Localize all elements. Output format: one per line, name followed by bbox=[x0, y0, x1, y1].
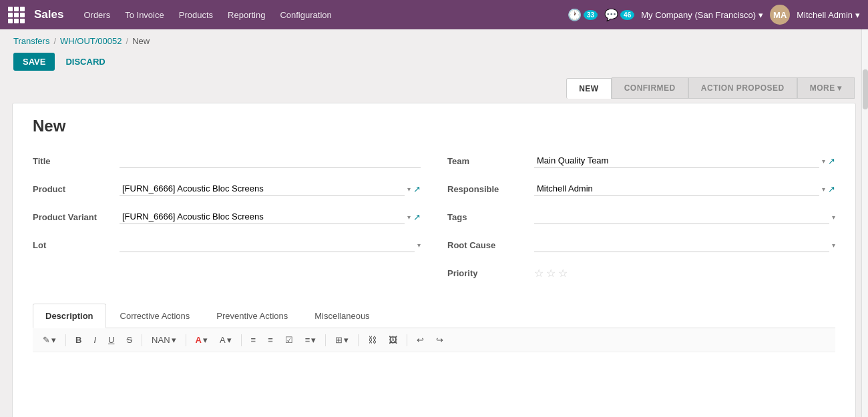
nav-products[interactable]: Products bbox=[179, 10, 213, 20]
status-action-proposed[interactable]: ACTION PROPOSED bbox=[688, 77, 797, 99]
star-1[interactable]: ☆ bbox=[534, 267, 544, 280]
clock-notifications-button[interactable]: 🕐 33 bbox=[568, 8, 598, 22]
nav-orders[interactable]: Orders bbox=[83, 10, 110, 20]
product-external-link-icon[interactable]: ↗ bbox=[413, 184, 421, 194]
highlight-button[interactable]: A ▾ bbox=[215, 332, 236, 348]
font-name-button[interactable]: NAN ▾ bbox=[147, 332, 180, 348]
field-team-label: Team bbox=[447, 156, 534, 166]
redo-icon: ↪ bbox=[436, 335, 443, 345]
form-right-column: Team Main Quality Team ▾ ↗ Responsible M… bbox=[447, 150, 835, 290]
table-button[interactable]: ⊞ ▾ bbox=[331, 332, 353, 348]
root-cause-select[interactable] bbox=[534, 238, 829, 252]
field-responsible-wrap: Mitchell Admin ▾ ↗ bbox=[534, 181, 835, 196]
message-icon: 💬 bbox=[604, 8, 618, 22]
form-left-column: Title Product [FURN_6666] Acoustic Bloc … bbox=[33, 150, 421, 290]
tab-miscellaneous[interactable]: Miscellaneous bbox=[302, 304, 382, 328]
msg-badge-count: 46 bbox=[620, 10, 634, 20]
lot-select[interactable] bbox=[120, 238, 415, 252]
undo-button[interactable]: ↩ bbox=[412, 332, 429, 348]
redo-button[interactable]: ↪ bbox=[431, 332, 448, 348]
align-button[interactable]: ≡ ▾ bbox=[300, 332, 321, 348]
scrollbar-thumb[interactable] bbox=[863, 69, 868, 109]
messages-button[interactable]: 💬 46 bbox=[604, 8, 634, 22]
field-lot-label: Lot bbox=[33, 240, 120, 250]
undo-icon: ↩ bbox=[417, 335, 424, 345]
nav-links: Orders To Invoice Products Reporting Con… bbox=[83, 10, 568, 20]
editor-toolbar: ✎ ▾ B I U S NAN ▾ A ▾ A ▾ ≡ bbox=[33, 328, 835, 352]
font-color-arrow-icon: ▾ bbox=[203, 335, 208, 345]
field-tags-row: Tags ▾ bbox=[447, 206, 835, 228]
field-root-cause-row: Root Cause ▾ bbox=[447, 234, 835, 256]
italic-button[interactable]: I bbox=[89, 332, 101, 348]
font-color-button[interactable]: A ▾ bbox=[191, 332, 212, 348]
tab-description[interactable]: Description bbox=[33, 304, 106, 328]
link-button[interactable]: ⛓ bbox=[363, 332, 381, 348]
link-icon: ⛓ bbox=[368, 335, 377, 345]
product-select[interactable]: [FURN_6666] Acoustic Bloc Screens bbox=[120, 181, 405, 196]
italic-icon: I bbox=[93, 335, 96, 345]
star-2[interactable]: ☆ bbox=[546, 267, 556, 280]
pencil-dropdown-arrow-icon: ▾ bbox=[51, 335, 56, 345]
discard-button[interactable]: DISCARD bbox=[60, 53, 110, 71]
editor-area[interactable] bbox=[33, 352, 835, 412]
nav-configuration[interactable]: Configuration bbox=[280, 10, 331, 20]
responsible-select[interactable]: Mitchell Admin bbox=[534, 181, 819, 196]
responsible-external-link-icon[interactable]: ↗ bbox=[828, 184, 835, 194]
product-variant-select[interactable]: [FURN_6666] Acoustic Bloc Screens bbox=[120, 210, 405, 224]
status-confirmed[interactable]: CONFIRMED bbox=[612, 77, 688, 99]
title-input[interactable] bbox=[120, 153, 421, 168]
tags-select-arrow-icon: ▾ bbox=[832, 214, 835, 221]
font-name-arrow-icon: ▾ bbox=[172, 335, 176, 345]
image-button[interactable]: 🖼 bbox=[384, 332, 402, 348]
toolbar-sep-1 bbox=[65, 334, 66, 346]
status-new[interactable]: NEW bbox=[566, 78, 612, 99]
tab-corrective-actions[interactable]: Corrective Actions bbox=[107, 304, 203, 328]
tab-preventive-actions[interactable]: Preventive Actions bbox=[204, 304, 300, 328]
root-cause-select-arrow-icon: ▾ bbox=[832, 242, 835, 249]
team-external-link-icon[interactable]: ↗ bbox=[828, 156, 835, 166]
field-root-cause-wrap: ▾ bbox=[534, 238, 835, 252]
field-product-variant-row: Product Variant [FURN_6666] Acoustic Blo… bbox=[33, 206, 421, 228]
tags-select[interactable] bbox=[534, 210, 829, 224]
ordered-list-button[interactable]: ≡ bbox=[263, 332, 278, 348]
nav-reporting[interactable]: Reporting bbox=[228, 10, 265, 20]
field-lot-wrap: ▾ bbox=[120, 238, 421, 252]
field-priority-label: Priority bbox=[447, 268, 534, 278]
status-more[interactable]: MORE ▾ bbox=[797, 77, 855, 99]
product-variant-external-link-icon[interactable]: ↗ bbox=[413, 212, 421, 222]
team-select[interactable]: Main Quality Team bbox=[534, 153, 819, 168]
checkbox-button[interactable]: ☑ bbox=[280, 332, 298, 348]
field-tags-wrap: ▾ bbox=[534, 210, 835, 224]
breadcrumb-record[interactable]: WH/OUT/00052 bbox=[60, 36, 122, 46]
field-product-variant-wrap: [FURN_6666] Acoustic Bloc Screens ▾ ↗ bbox=[120, 210, 421, 224]
breadcrumb-transfers[interactable]: Transfers bbox=[13, 36, 49, 46]
user-menu[interactable]: Mitchell Admin ▾ bbox=[797, 10, 860, 20]
unordered-list-button[interactable]: ≡ bbox=[246, 332, 261, 348]
nav-to-invoice[interactable]: To Invoice bbox=[125, 10, 164, 20]
breadcrumb-sep1: / bbox=[53, 36, 56, 46]
unordered-list-icon: ≡ bbox=[251, 335, 256, 345]
bold-icon: B bbox=[75, 335, 81, 345]
action-bar: SAVE DISCARD bbox=[0, 50, 868, 77]
field-team-wrap: Main Quality Team ▾ ↗ bbox=[534, 153, 835, 168]
field-team-row: Team Main Quality Team ▾ ↗ bbox=[447, 150, 835, 171]
save-button[interactable]: SAVE bbox=[13, 53, 55, 71]
company-selector[interactable]: My Company (San Francisco) ▾ bbox=[641, 10, 763, 20]
underline-button[interactable]: U bbox=[103, 332, 119, 348]
image-icon: 🖼 bbox=[389, 335, 397, 345]
avatar: MA bbox=[770, 5, 790, 25]
strikethrough-button[interactable]: S bbox=[122, 332, 137, 348]
bold-button[interactable]: B bbox=[71, 332, 86, 348]
company-dropdown-icon: ▾ bbox=[758, 10, 763, 20]
breadcrumb: Transfers / WH/OUT/00052 / New bbox=[0, 29, 868, 50]
strikethrough-icon: S bbox=[126, 335, 132, 345]
star-3[interactable]: ☆ bbox=[558, 267, 568, 280]
apps-menu-icon[interactable] bbox=[8, 7, 25, 23]
field-priority-row: Priority ☆ ☆ ☆ bbox=[447, 262, 835, 284]
toolbar-sep-4 bbox=[241, 334, 242, 346]
highlight-icon: A bbox=[220, 335, 226, 345]
tab-bar: Description Corrective Actions Preventiv… bbox=[33, 304, 835, 328]
field-product-wrap: [FURN_6666] Acoustic Bloc Screens ▾ ↗ bbox=[120, 181, 421, 196]
pencil-dropdown-button[interactable]: ✎ ▾ bbox=[38, 332, 61, 348]
app-name: Sales bbox=[34, 8, 63, 21]
